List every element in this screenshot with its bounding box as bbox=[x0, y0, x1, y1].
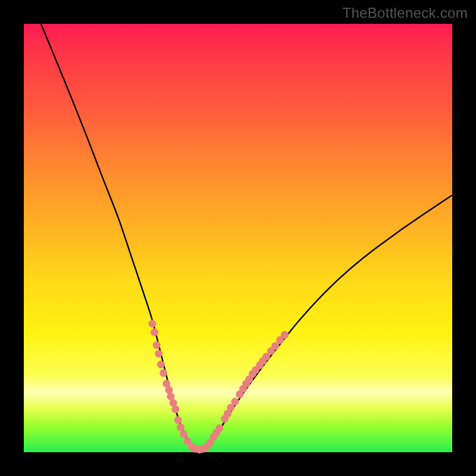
data-point bbox=[281, 331, 289, 339]
data-point bbox=[171, 406, 179, 414]
data-point bbox=[157, 361, 165, 368]
chart-frame: TheBottleneck.com bbox=[0, 0, 476, 476]
data-point bbox=[180, 430, 187, 438]
data-point bbox=[149, 320, 156, 328]
watermark-text: TheBottleneck.com bbox=[342, 5, 468, 21]
data-point bbox=[155, 350, 162, 358]
data-point-markers bbox=[149, 320, 289, 454]
data-point bbox=[231, 398, 239, 406]
data-point bbox=[174, 416, 182, 424]
data-point bbox=[153, 342, 161, 349]
data-point bbox=[177, 424, 184, 431]
data-point bbox=[216, 424, 224, 432]
data-point bbox=[159, 369, 167, 377]
curve-layer bbox=[24, 24, 452, 452]
plot-area bbox=[24, 24, 452, 452]
data-point bbox=[151, 328, 158, 336]
